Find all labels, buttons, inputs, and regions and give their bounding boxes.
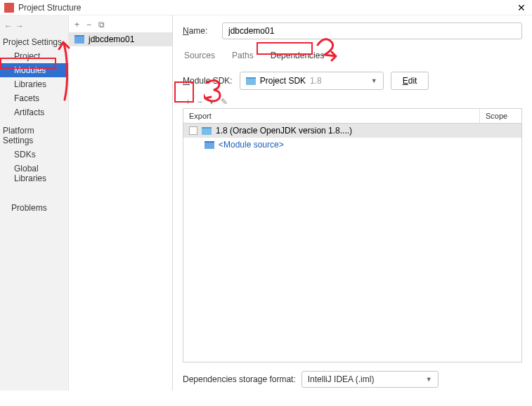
sidebar-item-modules[interactable]: Modules bbox=[0, 63, 68, 77]
sidebar-item-facets[interactable]: Facets bbox=[0, 91, 68, 105]
folder-icon bbox=[246, 77, 256, 85]
chevron-down-icon: ▼ bbox=[426, 376, 432, 383]
export-checkbox[interactable] bbox=[189, 126, 197, 135]
remove-dependency-button[interactable]: − bbox=[197, 97, 202, 107]
edit-sdk-button[interactable]: Edit bbox=[391, 72, 429, 90]
sidebar-item-sdks[interactable]: SDKs bbox=[0, 148, 68, 162]
sidebar: ← → Project Settings Project Modules Lib… bbox=[0, 15, 69, 391]
sdk-prefix: Project SDK bbox=[260, 76, 306, 86]
storage-format-label: Dependencies storage format: bbox=[183, 374, 296, 384]
main-panel: Name: Sources Paths Dependencies Module … bbox=[173, 15, 532, 391]
titlebar: Project Structure ✕ bbox=[0, 0, 532, 15]
sidebar-item-global-libraries[interactable]: Global Libraries bbox=[0, 162, 68, 185]
window-title: Project Structure bbox=[18, 3, 515, 13]
column-export[interactable]: Export bbox=[183, 109, 479, 123]
tab-sources[interactable]: Sources bbox=[183, 49, 216, 62]
folder-icon bbox=[202, 127, 212, 135]
module-sdk-select[interactable]: Project SDK 1.8 ▼ bbox=[240, 72, 384, 90]
folder-icon bbox=[205, 141, 214, 149]
add-dependency-button[interactable]: + bbox=[186, 97, 190, 107]
remove-module-button[interactable]: − bbox=[86, 20, 91, 30]
chevron-down-icon[interactable]: ▾ bbox=[209, 97, 214, 107]
dependency-name: 1.8 (Oracle OpenJDK version 1.8....) bbox=[216, 126, 352, 136]
module-sdk-label: Module SDK: bbox=[183, 76, 233, 86]
sidebar-item-libraries[interactable]: Libraries bbox=[0, 77, 68, 91]
copy-module-button[interactable]: ⧉ bbox=[98, 20, 105, 30]
sidebar-item-artifacts[interactable]: Artifacts bbox=[0, 105, 68, 119]
nav-forward[interactable]: → bbox=[15, 21, 24, 31]
module-name: jdbcdemo01 bbox=[89, 34, 134, 44]
add-module-button[interactable]: + bbox=[74, 20, 79, 30]
column-scope[interactable]: Scope bbox=[479, 109, 521, 123]
storage-format-select[interactable]: IntelliJ IDEA (.iml) ▼ bbox=[301, 371, 439, 388]
chevron-down-icon: ▼ bbox=[371, 77, 377, 84]
storage-format-value: IntelliJ IDEA (.iml) bbox=[308, 374, 375, 384]
sidebar-item-project[interactable]: Project bbox=[0, 49, 68, 63]
name-input[interactable] bbox=[222, 22, 522, 39]
module-item[interactable]: jdbcdemo01 bbox=[69, 32, 172, 46]
sidebar-item-problems[interactable]: Problems bbox=[0, 201, 68, 215]
close-button[interactable]: ✕ bbox=[515, 2, 528, 13]
tab-dependencies[interactable]: Dependencies bbox=[269, 49, 326, 62]
dependency-toolbar: + − ▾ ✎ bbox=[183, 97, 522, 108]
dependency-name: <Module source> bbox=[219, 140, 284, 150]
nav-back[interactable]: ← bbox=[4, 21, 13, 31]
dependency-list: 1.8 (Oracle OpenJDK version 1.8....) <Mo… bbox=[183, 124, 522, 362]
tab-paths[interactable]: Paths bbox=[231, 49, 255, 62]
dependency-row[interactable]: <Module source> bbox=[183, 138, 521, 152]
sdk-suffix: 1.8 bbox=[310, 76, 322, 86]
folder-icon bbox=[74, 35, 84, 44]
dependency-row[interactable]: 1.8 (Oracle OpenJDK version 1.8....) bbox=[183, 124, 521, 138]
module-list: + − ⧉ jdbcdemo01 bbox=[69, 15, 173, 391]
section-platform-settings: Platform Settings bbox=[0, 124, 68, 148]
app-icon bbox=[4, 3, 14, 13]
tabs: Sources Paths Dependencies bbox=[183, 49, 522, 62]
dependency-header: Export Scope bbox=[183, 108, 522, 124]
name-label: Name: bbox=[183, 26, 222, 36]
edit-dependency-button[interactable]: ✎ bbox=[221, 97, 228, 107]
section-project-settings: Project Settings bbox=[0, 35, 68, 49]
